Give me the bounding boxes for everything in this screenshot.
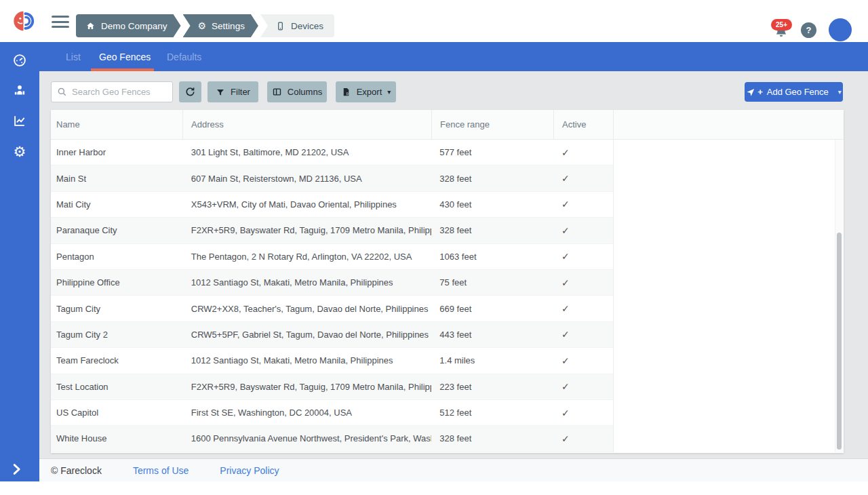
- table-row[interactable]: Inner Harbor 301 Light St, Baltimore, MD…: [51, 140, 613, 165]
- dashboard-gauge-icon[interactable]: [12, 52, 28, 68]
- search-input[interactable]: [72, 87, 160, 97]
- help-icon[interactable]: ?: [801, 22, 816, 38]
- refresh-button[interactable]: [179, 81, 201, 102]
- filter-button-label: Filter: [231, 87, 250, 97]
- column-header-active[interactable]: Active: [554, 110, 614, 139]
- reports-chart-icon[interactable]: [12, 113, 28, 129]
- fareclock-logo-icon[interactable]: [12, 9, 35, 33]
- refresh-icon: [184, 86, 196, 98]
- cell-fence-range: 223 feet: [431, 382, 553, 392]
- breadcrumb-devices-label: Devices: [291, 21, 323, 31]
- cell-name: Main St: [51, 174, 183, 184]
- table-header-row: Name Address Fence range Active: [51, 110, 844, 140]
- fareclock-app: Demo Company ⚙ Settings Devices 25+ ?: [0, 0, 868, 495]
- table-row[interactable]: Tagum City 2 CRW5+5PF, Gabriel St, Tagum…: [51, 322, 613, 348]
- cell-address: 301 Light St, Baltimore, MD 21202, USA: [183, 147, 432, 157]
- tab-list[interactable]: List: [66, 42, 81, 71]
- table-body: Inner Harbor 301 Light St, Baltimore, MD…: [51, 140, 614, 452]
- cell-fence-range: 430 feet: [431, 199, 553, 210]
- cell-name: Inner Harbor: [51, 147, 183, 157]
- caret-down-icon: ▾: [838, 89, 842, 96]
- notification-badge: 25+: [771, 19, 792, 31]
- sidebar-expand-chevron-right-icon[interactable]: [9, 462, 24, 477]
- table-row[interactable]: Pentagon The Pentagon, 2 N Rotary Rd, Ar…: [51, 244, 613, 270]
- active-checkmark-icon: ✓: [553, 225, 613, 236]
- cell-name: Philippine Office: [51, 277, 183, 288]
- column-header-address[interactable]: Address: [183, 110, 432, 139]
- breadcrumb: Demo Company ⚙ Settings Devices: [76, 14, 334, 37]
- cell-address: First St SE, Washington, DC 20004, USA: [183, 408, 432, 418]
- tab-geo-fences[interactable]: Geo Fences: [99, 42, 151, 71]
- cell-fence-range: 328 feet: [431, 174, 553, 184]
- cell-address: 1012 Santiago St, Makati, Metro Manila, …: [183, 277, 432, 288]
- active-checkmark-icon: ✓: [553, 199, 613, 210]
- nav-sidebar: ⚙: [0, 42, 39, 481]
- column-header-name[interactable]: Name: [51, 110, 183, 139]
- breadcrumb-company-label: Demo Company: [101, 21, 167, 31]
- device-icon: [275, 21, 285, 31]
- menu-icon[interactable]: [52, 16, 69, 28]
- gear-icon: ⚙: [198, 21, 207, 31]
- columns-button-label: Columns: [288, 87, 322, 97]
- table-row[interactable]: Team Fareclock 1012 Santiago St, Makati,…: [51, 348, 613, 374]
- export-file-icon: [341, 87, 351, 97]
- cell-fence-range: 75 feet: [431, 277, 553, 288]
- columns-button[interactable]: Columns: [267, 81, 327, 102]
- privacy-policy-link[interactable]: Privacy Policy: [220, 465, 279, 476]
- cell-address: X543+VRM, City of Mati, Davao Oriental, …: [183, 199, 432, 210]
- column-header-fence-range[interactable]: Fence range: [432, 110, 554, 139]
- cell-address: The Pentagon, 2 N Rotary Rd, Arlington, …: [183, 252, 432, 262]
- cell-name: Paranaque City: [51, 225, 183, 235]
- geo-fences-page: Filter Columns Export ▾ + Add Geo Fence …: [39, 71, 868, 458]
- search-box: [51, 81, 173, 102]
- cell-fence-range: 328 feet: [431, 433, 553, 443]
- active-checkmark-icon: ✓: [553, 303, 613, 314]
- table-row[interactable]: Tagum City CRW2+XX8, Teacher's, Tagum, D…: [51, 296, 613, 321]
- cell-name: Tagum City: [51, 304, 183, 314]
- export-button[interactable]: Export ▾: [336, 81, 396, 102]
- add-geo-fence-label: Add Geo Fence: [767, 87, 829, 97]
- cell-fence-range: 512 feet: [431, 408, 553, 418]
- table-row[interactable]: US Capitol First St SE, Washington, DC 2…: [51, 400, 613, 426]
- active-checkmark-icon: ✓: [553, 408, 613, 418]
- settings-gear-icon[interactable]: ⚙: [12, 144, 28, 160]
- breadcrumb-settings[interactable]: ⚙ Settings: [183, 14, 258, 37]
- user-avatar[interactable]: [829, 18, 852, 41]
- add-geo-fence-button[interactable]: + Add Geo Fence ▾: [745, 82, 843, 102]
- cell-name: Tagum City 2: [51, 330, 183, 340]
- columns-icon: [272, 87, 282, 97]
- cell-name: Test Location: [51, 382, 183, 392]
- breadcrumb-company[interactable]: Demo Company: [76, 14, 181, 37]
- people-icon[interactable]: [12, 82, 28, 98]
- table-row[interactable]: Mati City X543+VRM, City of Mati, Davao …: [51, 192, 613, 218]
- cell-name: Team Fareclock: [51, 355, 183, 365]
- settings-tab-bar: List Geo Fences Defaults: [0, 42, 868, 71]
- terms-of-use-link[interactable]: Terms of Use: [133, 465, 189, 476]
- cell-fence-range: 669 feet: [431, 304, 553, 314]
- table-row[interactable]: Test Location F2XR+5R9, Bayswater Rd, Ta…: [51, 374, 613, 400]
- active-checkmark-icon: ✓: [553, 251, 613, 262]
- table-row[interactable]: Paranaque City F2XR+5R9, Bayswater Rd, T…: [51, 218, 613, 243]
- filter-button[interactable]: Filter: [208, 81, 258, 102]
- cell-name: Mati City: [51, 199, 183, 210]
- search-icon: [57, 87, 67, 97]
- active-checkmark-icon: ✓: [553, 277, 613, 288]
- footer: © Fareclock Terms of Use Privacy Policy: [39, 458, 868, 481]
- cell-address: CRW2+XX8, Teacher's, Tagum, Davao del No…: [183, 304, 432, 314]
- table-scrollbar-track[interactable]: [835, 140, 843, 452]
- active-checkmark-icon: ✓: [553, 433, 613, 444]
- caret-down-icon: ▾: [387, 89, 391, 96]
- cell-fence-range: 577 feet: [431, 147, 553, 157]
- geo-fences-table-panel: Name Address Fence range Active Inner Ha…: [51, 110, 844, 453]
- cell-fence-range: 328 feet: [431, 225, 553, 235]
- breadcrumb-devices[interactable]: Devices: [260, 14, 334, 37]
- table-row[interactable]: Main St 607 Main St, Reisterstown, MD 21…: [51, 165, 613, 191]
- active-checkmark-icon: ✓: [553, 329, 613, 340]
- table-row[interactable]: Philippine Office 1012 Santiago St, Maka…: [51, 270, 613, 296]
- add-geo-fence-icon: [746, 87, 755, 97]
- tab-defaults[interactable]: Defaults: [167, 42, 201, 71]
- table-scrollbar-thumb[interactable]: [837, 233, 842, 450]
- cell-fence-range: 1.4 miles: [431, 355, 553, 365]
- cell-address: 1012 Santiago St, Makati, Metro Manila, …: [183, 355, 432, 365]
- table-row[interactable]: White House 1600 Pennsylvania Avenue Nor…: [51, 426, 613, 452]
